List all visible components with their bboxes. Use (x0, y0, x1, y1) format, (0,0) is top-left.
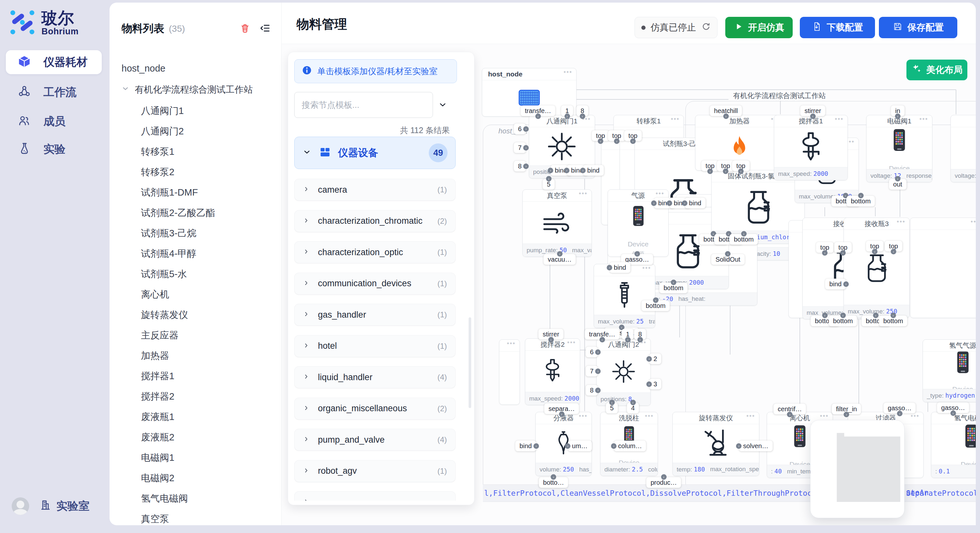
port-dot-icon[interactable]: › (580, 114, 585, 119)
canvas-node-真空泵[interactable]: 真空泵•••pump_rate: 50max_vacuum: 0.1 (522, 189, 592, 257)
port-label-transfe[interactable]: transfe…› (520, 106, 555, 116)
canvas-node-氢气电磁阀[interactable]: 氢气电磁阀•••Device: 0.1 (931, 412, 976, 478)
port-label-top[interactable]: top› (834, 242, 852, 253)
tree-item[interactable]: 试剂瓶1-DMF (110, 182, 281, 203)
port-label-8[interactable]: 8› (634, 329, 646, 339)
port-dot-icon[interactable]: › (565, 114, 570, 119)
tree-item[interactable]: 电磁阀1 (110, 447, 281, 468)
port-label-7[interactable]: 7› (514, 143, 526, 153)
tree-item[interactable]: 试剂瓶4-甲醇 (110, 244, 281, 264)
tree-item[interactable]: 试剂瓶5-水 (110, 264, 281, 284)
port-dot-icon[interactable]: › (738, 169, 744, 174)
port-dot-icon[interactable]: › (873, 313, 878, 318)
tree-item[interactable]: 八通阀门2 (110, 121, 281, 141)
port-dot-icon[interactable]: › (614, 139, 620, 144)
port-dot-icon[interactable]: › (787, 412, 793, 417)
port-label-produc[interactable]: produc…› (646, 477, 681, 488)
tree-item[interactable]: 电磁阀2 (110, 468, 281, 488)
port-label-1[interactable]: 1› (561, 106, 573, 116)
node-menu-icon[interactable]: ••• (970, 218, 976, 225)
port-label-top[interactable]: top› (592, 130, 609, 141)
canvas-node-搅拌器2[interactable]: 搅拌器2•••max_speed: 2000 (525, 338, 580, 405)
start-simulation-button[interactable]: 开启仿真 (725, 17, 793, 38)
sidebar-item-instruments[interactable]: 仪器耗材 (6, 50, 102, 74)
port-label-bottom[interactable]: bottom› (730, 234, 758, 245)
node-menu-icon[interactable]: ••• (746, 412, 755, 420)
port-label-1[interactable]: 1› (622, 329, 633, 339)
beautify-layout-button[interactable]: 美化布局 (907, 60, 967, 80)
canvas-node-氢气气源[interactable]: 氢气气源•••Device_type: hydrogenmax_pre: (923, 339, 976, 402)
save-config-button[interactable]: 保存配置 (879, 17, 957, 38)
port-label-top[interactable]: top› (624, 130, 642, 141)
port-dot-icon[interactable]: › (523, 163, 529, 169)
port-label-bind[interactable]: bind› (583, 165, 604, 176)
tree-item[interactable]: 加热器 (110, 346, 281, 366)
port-dot-icon[interactable]: › (895, 114, 900, 119)
port-label-SolidOut[interactable]: SolidOut› (711, 254, 745, 265)
sidebar-item-members[interactable]: 成员 (6, 109, 102, 133)
port-label-top[interactable]: top› (866, 241, 883, 252)
port-dot-icon[interactable]: › (564, 168, 570, 173)
canvas-node[interactable]: ••• (499, 339, 520, 405)
port-label-5[interactable]: 5› (542, 179, 555, 190)
canvas-node-电磁阀1[interactable]: 电磁阀1•••Devicevoltage: 12response_time: 0… (866, 115, 932, 182)
port-label-stirrer[interactable]: stirrer› (800, 106, 825, 116)
tree-item[interactable]: 搅拌器1 (110, 366, 281, 386)
canvas-node-八通阀门2[interactable]: 八通阀门2•••positions: 8 (596, 338, 651, 406)
node-menu-icon[interactable]: ••• (579, 190, 587, 197)
port-dot-icon[interactable]: › (661, 474, 667, 480)
port-label-gasso[interactable]: gasso…› (937, 403, 969, 413)
port-label-6[interactable]: 6› (585, 347, 598, 357)
chevron-down-icon[interactable] (121, 84, 130, 95)
port-dot-icon[interactable]: › (635, 251, 640, 257)
node-menu-icon[interactable]: ••• (671, 115, 679, 123)
port-label-5[interactable]: 5› (606, 403, 618, 414)
port-label-out[interactable]: out› (889, 179, 907, 190)
tree-item[interactable]: 搅拌器2 (110, 386, 281, 407)
port-dot-icon[interactable]: › (822, 250, 828, 256)
port-label-gasso[interactable]: gasso…› (883, 403, 915, 414)
port-dot-icon[interactable]: › (535, 114, 541, 119)
port-dot-icon[interactable]: › (840, 250, 846, 256)
port-label-bottom[interactable]: bottom› (829, 316, 857, 327)
node-menu-icon[interactable]: ••• (820, 412, 829, 420)
tree-item[interactable]: 废液瓶2 (110, 427, 281, 447)
port-label-in[interactable]: in› (891, 106, 905, 116)
port-dot-icon[interactable]: › (682, 200, 687, 206)
port-dot-icon[interactable]: › (872, 249, 878, 254)
port-label-transfe[interactable]: transfe…› (585, 329, 619, 339)
port-dot-icon[interactable]: › (595, 349, 601, 355)
port-label-bottom[interactable]: bottom› (879, 316, 907, 327)
tree-item[interactable]: 主反应器 (110, 325, 281, 346)
port-dot-icon[interactable]: › (557, 251, 563, 257)
port-dot-icon[interactable]: › (723, 114, 729, 119)
port-dot-icon[interactable]: › (646, 356, 652, 362)
node-menu-icon[interactable]: ••• (563, 68, 572, 76)
tree-item[interactable]: 试剂瓶3-己烷 (110, 223, 281, 244)
port-dot-icon[interactable]: › (843, 281, 849, 287)
sidebar-item-workflow[interactable]: 工作流 (6, 80, 102, 104)
port-label-top[interactable]: top› (732, 160, 749, 171)
node-menu-icon[interactable]: ••• (897, 218, 905, 225)
port-dot-icon[interactable]: › (725, 251, 731, 257)
port-dot-icon[interactable]: › (891, 313, 896, 318)
port-label-bottom[interactable]: bottom› (659, 283, 687, 293)
port-dot-icon[interactable]: › (548, 337, 554, 343)
port-dot-icon[interactable]: › (607, 265, 612, 270)
port-dot-icon[interactable]: › (638, 337, 643, 343)
port-label-bind[interactable]: bind› (515, 441, 536, 451)
port-dot-icon[interactable]: › (595, 368, 601, 374)
port-label-bind[interactable]: bind› (825, 279, 846, 289)
port-dot-icon[interactable]: › (723, 169, 729, 174)
tree-item[interactable]: 废液瓶1 (110, 407, 281, 427)
port-dot-icon[interactable]: › (611, 443, 616, 449)
port-dot-icon[interactable]: › (600, 337, 605, 343)
port-dot-icon[interactable]: › (595, 388, 601, 393)
port-dot-icon[interactable]: › (667, 200, 672, 206)
sidebar-item-experiment[interactable]: 实验 (6, 137, 102, 161)
port-dot-icon[interactable]: › (630, 139, 636, 144)
port-dot-icon[interactable]: › (653, 298, 659, 303)
port-label-top[interactable]: top› (608, 130, 625, 141)
tree-item[interactable]: 离心机 (110, 284, 281, 305)
port-dot-icon[interactable]: › (559, 412, 565, 417)
